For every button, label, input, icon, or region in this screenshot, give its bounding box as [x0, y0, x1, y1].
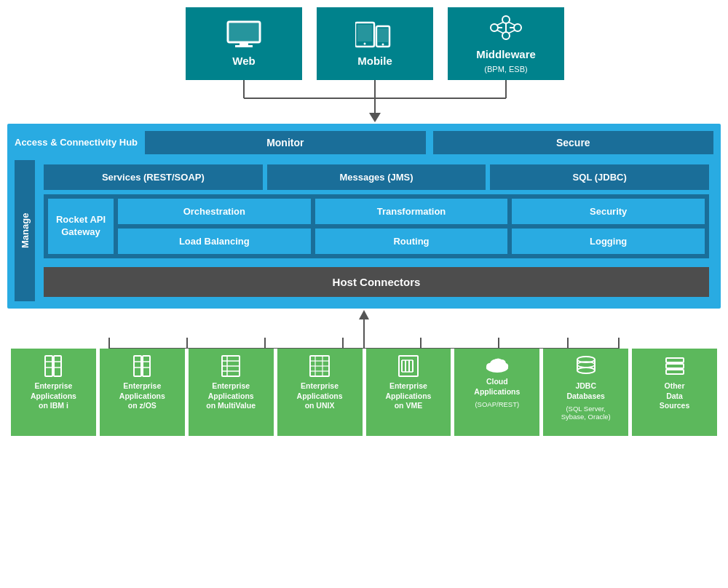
unix-icon [309, 354, 331, 378]
multivalue-icon [220, 354, 242, 378]
svg-marker-26 [369, 113, 381, 122]
bottom-sources: EnterpriseApplicationson IBM i Enterpris… [7, 349, 721, 436]
monitor-icon [226, 20, 261, 50]
monitor-button: Monitor [145, 131, 425, 154]
source-box-zos: EnterpriseApplicationson z/OS [100, 349, 185, 436]
svg-rect-79 [666, 358, 684, 362]
source-jdbc-sublabel: (SQL Server,Sybase, Oracle) [561, 405, 611, 421]
source-zos: EnterpriseApplicationson z/OS [100, 349, 185, 436]
source-box-multivalue: EnterpriseApplicationson MultiValue [189, 349, 274, 436]
service-rest-soap: Services (REST/SOAP) [44, 164, 263, 190]
svg-line-19 [496, 30, 504, 33]
source-jdbc: JDBCDatabases (SQL Server,Sybase, Oracle… [543, 349, 628, 436]
host-connectors: Host Connectors [44, 267, 709, 297]
svg-rect-3 [229, 23, 258, 41]
mobile-icon [355, 20, 395, 50]
source-box-other: OtherDataSources [632, 349, 717, 436]
source-unix-label: EnterpriseApplicationson UNIX [297, 381, 343, 411]
manage-inner: Services (REST/SOAP) Messages (JMS) SQL … [39, 160, 713, 301]
source-box-jdbc: JDBCDatabases (SQL Server,Sybase, Oracle… [543, 349, 628, 436]
channel-middleware-label: Middleware [476, 48, 536, 60]
middle-connectors-svg [73, 309, 655, 349]
svg-rect-45 [143, 356, 150, 376]
svg-rect-39 [54, 356, 61, 376]
source-vme-label: EnterpriseApplicationson VME [385, 381, 431, 411]
source-ibmi: EnterpriseApplicationson IBM i [11, 349, 96, 436]
svg-line-18 [508, 22, 515, 25]
db-icon [575, 354, 597, 378]
cap-security: Security [512, 199, 705, 224]
zos-icon [131, 354, 153, 378]
svg-point-6 [363, 43, 365, 45]
channel-web: Web [186, 7, 302, 80]
diagram-container: Web Mobile [0, 0, 728, 588]
cap-routing: Routing [315, 229, 508, 254]
source-unix: EnterpriseApplicationson UNIX [277, 349, 363, 436]
manage-label: Manage [15, 160, 35, 301]
svg-rect-1 [240, 42, 248, 45]
top-arrow-area [7, 80, 721, 124]
source-cloud-sublabel: (SOAP/REST) [475, 400, 519, 408]
layers-icon [664, 354, 686, 378]
secure-button: Secure [433, 131, 713, 154]
hub-header-row: Access & Connectivity Hub Monitor Secure [15, 131, 713, 154]
svg-marker-28 [359, 310, 369, 319]
cap-transformation: Transformation [315, 199, 508, 224]
source-box-ibmi: EnterpriseApplicationson IBM i [11, 349, 96, 436]
gateway-label: Rocket APIGateway [48, 199, 114, 254]
vme-icon [397, 354, 419, 378]
channel-web-label: Web [232, 55, 255, 67]
cap-loadbalancing: Load Balancing [118, 229, 311, 254]
svg-rect-81 [666, 370, 684, 374]
hub-area: Access & Connectivity Hub Monitor Secure… [7, 124, 721, 309]
svg-rect-5 [357, 25, 372, 41]
source-box-unix: EnterpriseApplicationson UNIX [277, 349, 363, 436]
cloud-icon [485, 354, 510, 373]
svg-line-20 [508, 30, 515, 33]
source-box-cloud: CloudApplications (SOAP/REST) [454, 349, 539, 436]
source-vme: EnterpriseApplicationson VME [366, 349, 451, 436]
source-other: OtherDataSources [632, 349, 717, 436]
source-box-vme: EnterpriseApplicationson VME [366, 349, 451, 436]
source-multivalue: EnterpriseApplicationson MultiValue [189, 349, 274, 436]
top-channels: Web Mobile [7, 7, 721, 80]
top-connectors-svg [186, 80, 564, 124]
cap-logging: Logging [512, 229, 705, 254]
svg-rect-38 [45, 356, 52, 376]
channel-middleware-subtitle: (BPM, ESB) [484, 65, 527, 74]
gateway-label-text: Rocket APIGateway [56, 214, 106, 239]
middleware-icon [488, 14, 523, 44]
capabilities-grid: Orchestration Transformation Security Lo… [118, 199, 705, 254]
source-cloud-label: CloudApplications [474, 377, 520, 397]
svg-rect-2 [235, 45, 253, 47]
cap-orchestration: Orchestration [118, 199, 311, 224]
svg-rect-80 [666, 364, 684, 368]
source-jdbc-label: JDBCDatabases [566, 381, 605, 401]
svg-point-9 [381, 44, 384, 46]
source-zos-label: EnterpriseApplicationson z/OS [119, 381, 165, 411]
server-icon [42, 354, 64, 378]
source-multivalue-label: EnterpriseApplicationson MultiValue [206, 381, 256, 411]
source-ibmi-label: EnterpriseApplicationson IBM i [31, 381, 76, 411]
channel-mobile-label: Mobile [357, 55, 392, 67]
channel-mobile: Mobile [317, 7, 433, 80]
svg-point-75 [577, 368, 595, 373]
svg-rect-44 [134, 356, 141, 376]
svg-line-17 [496, 22, 504, 25]
hub-title: Access & Connectivity Hub [15, 137, 138, 149]
service-jdbc: SQL (JDBC) [490, 164, 709, 190]
channel-middleware: Middleware (BPM, ESB) [448, 7, 564, 80]
service-jms: Messages (JMS) [267, 164, 486, 190]
gateway-area: Rocket APIGateway Orchestration Transfor… [44, 194, 709, 258]
source-other-label: OtherDataSources [660, 381, 689, 411]
middle-arrow-area [7, 309, 721, 349]
svg-rect-8 [378, 28, 388, 42]
manage-outer: Manage Services (REST/SOAP) Messages (JM… [15, 160, 713, 301]
source-cloud: CloudApplications (SOAP/REST) [454, 349, 539, 436]
services-row: Services (REST/SOAP) Messages (JMS) SQL … [44, 164, 709, 190]
